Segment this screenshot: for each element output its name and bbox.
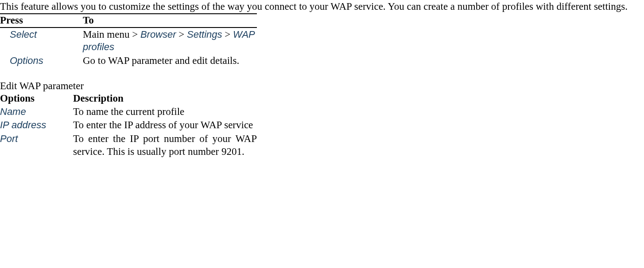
table-header-row: Options Description <box>0 92 257 105</box>
header-description: Description <box>73 92 257 105</box>
header-press: Press <box>0 14 83 28</box>
nav-sep: > <box>222 29 233 40</box>
description-text: To enter the IP address of your WAP serv… <box>73 118 257 132</box>
table-row: Select Main menu > Browser > Settings > … <box>0 28 257 55</box>
to-action: Main menu > Browser > Settings > WAP pro… <box>83 28 257 55</box>
option-name: Name <box>0 106 26 117</box>
options-description-table: Options Description Name To name the cur… <box>0 92 257 159</box>
header-to: To <box>83 14 257 28</box>
nav-sep: > <box>176 29 187 40</box>
table-row: Name To name the current profile <box>0 105 257 119</box>
header-options: Options <box>0 92 73 105</box>
press-option: Select <box>10 29 37 40</box>
nav-settings: Settings <box>187 29 222 40</box>
to-action: Go to WAP parameter and edit details. <box>83 54 257 68</box>
table-header-row: Press To <box>0 14 257 28</box>
press-to-table: Press To Select Main menu > Browser > Se… <box>0 13 257 68</box>
description-text: To enter the IP port number of your WAP … <box>73 132 257 159</box>
edit-wap-parameter-heading: Edit WAP parameter <box>0 80 644 92</box>
table-row: IP address To enter the IP address of yo… <box>0 118 257 132</box>
option-name: Port <box>0 133 18 144</box>
table-row: Options Go to WAP parameter and edit det… <box>0 54 257 68</box>
table-row: Port To enter the IP port number of your… <box>0 132 257 159</box>
description-text: To name the current profile <box>73 105 257 119</box>
nav-main-menu: Main menu > <box>83 29 140 40</box>
press-option: Options <box>10 55 43 66</box>
nav-browser: Browser <box>140 29 176 40</box>
option-name: IP address <box>0 119 46 130</box>
intro-paragraph: This feature allows you to customize the… <box>0 0 644 13</box>
